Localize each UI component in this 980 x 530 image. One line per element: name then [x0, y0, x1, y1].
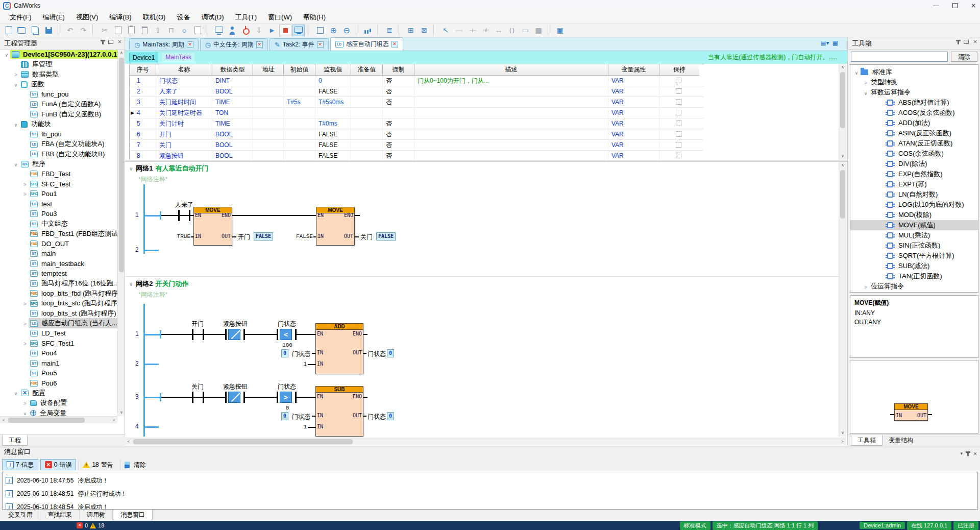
tab-list-icon[interactable]: ▤▾ [820, 39, 829, 46]
tree-item[interactable]: FunA (自定义函数A) [0, 100, 117, 110]
toolbar-button-icon[interactable] [554, 25, 566, 36]
move-block[interactable]: MOVE EN ENO IN OUT [316, 207, 355, 246]
minimize-button[interactable]: — [933, 2, 939, 9]
message-row[interactable]: 2025-06-10 18:48:51 停止运行时成功！ [3, 487, 977, 500]
retain-checkbox[interactable] [676, 121, 681, 126]
bottom-tab[interactable]: 查找结果 [40, 510, 80, 520]
table-row[interactable]: 8 紧急按钮 BOOL FALSE 否 VAR [130, 151, 704, 160]
toolbar-button-icon[interactable] [399, 25, 402, 36]
tree-item[interactable]: FunB (自定义函数B) [0, 109, 117, 119]
tree-item[interactable]: 中文组态 [0, 219, 117, 229]
tab-close-icon[interactable] [317, 41, 324, 48]
chevron-icon[interactable] [21, 340, 29, 347]
maximize-button[interactable] [952, 3, 958, 8]
tree-item[interactable]: test [0, 199, 117, 209]
right-panel-tab[interactable]: 工具箱 [851, 435, 883, 446]
message-filter-button[interactable]: 清除 [120, 459, 151, 470]
toolbar-button-icon[interactable] [58, 25, 61, 36]
close-icon[interactable]: × [973, 451, 977, 456]
toolbar-button-icon[interactable] [16, 25, 28, 36]
retain-checkbox[interactable] [676, 142, 681, 148]
move-block[interactable]: MOVE EN ENO IN OUT [193, 207, 232, 246]
network-2-header[interactable]: ∨网络2开关门动作 [129, 279, 189, 288]
tree-item[interactable]: loop_bits_sfc (跑马灯程序) [0, 299, 117, 309]
tree-item[interactable]: Device1[SC950A-23](127.0.0.1) [0, 50, 117, 60]
tree-item[interactable]: FBA (自定义功能块A) [0, 139, 117, 150]
toolbar-button-icon[interactable] [377, 25, 381, 36]
compare-contact[interactable]: > [277, 392, 297, 404]
pin-icon[interactable] [967, 451, 969, 456]
column-header[interactable]: 初始值 [284, 64, 315, 76]
toolbox-item[interactable]: MOD(模除) [850, 210, 978, 220]
tree-item[interactable]: SFC_Test [0, 179, 117, 189]
chevron-icon[interactable] [862, 283, 870, 291]
chevron-icon[interactable] [12, 121, 19, 128]
tree-item[interactable]: Pou3 [0, 209, 117, 219]
toolbar-button-icon[interactable] [99, 25, 111, 36]
toolbox-item[interactable]: LOG(以10为底的对数) [850, 200, 978, 210]
chevron-icon[interactable] [12, 160, 19, 168]
table-row[interactable]: 1 门状态 DINT 0 否 门从0~100为开门，门从... VAR [130, 76, 704, 86]
retain-checkbox[interactable] [676, 131, 681, 137]
toolbar-button-icon[interactable] [479, 25, 492, 36]
chevron-icon[interactable] [12, 389, 19, 397]
tree-item[interactable]: FBB (自定义功能块B) [0, 149, 117, 159]
menu-item[interactable]: 设备 [171, 11, 195, 23]
float-icon[interactable] [108, 40, 113, 44]
dropdown-arrow-icon[interactable]: ▾ [960, 448, 963, 459]
tab-layout-icon[interactable]: ▦ [832, 39, 838, 46]
chevron-icon[interactable] [3, 51, 10, 58]
tree-item[interactable]: loop_bits_fbd (跑马灯程序) [0, 288, 117, 299]
tree-item[interactable]: SFC_Test1 [0, 339, 117, 349]
input-variable[interactable]: 门状态 [292, 350, 310, 358]
tree-item[interactable]: 函数 [0, 80, 117, 90]
tree-item[interactable]: 配置 [0, 388, 117, 398]
ladder-vertical-scrollbar[interactable]: ∧ ∨ [839, 162, 846, 437]
compare-operand[interactable]: 0 [278, 405, 297, 411]
chevron-icon[interactable] [21, 409, 29, 416]
document-tab[interactable]: MainTask: 周期 [129, 38, 199, 51]
compare-contact[interactable]: < [277, 329, 297, 341]
toolbar-button-icon[interactable] [356, 25, 359, 36]
nc-contact[interactable] [225, 329, 245, 341]
toolbar-button-icon[interactable] [519, 25, 531, 36]
tree-item[interactable]: fb_pou [0, 129, 117, 139]
tree-item[interactable]: 感应自动门组态 (当有人... [0, 319, 117, 329]
toolbar-button-icon[interactable] [308, 25, 311, 36]
toolbar-button-icon[interactable] [439, 25, 452, 36]
close-icon[interactable]: × [118, 39, 121, 44]
output-variable[interactable]: 关门 [360, 233, 373, 242]
chevron-icon[interactable] [852, 68, 861, 76]
network-1-header[interactable]: ∨网络1有人靠近自动开门 [129, 164, 209, 173]
toolbox-item[interactable]: DIV(除法) [850, 159, 978, 169]
table-vertical-scrollbar[interactable]: ∧ ∨ [839, 64, 846, 160]
retain-checkbox[interactable] [676, 153, 681, 158]
toolbar-button-icon[interactable] [532, 25, 545, 36]
menu-item[interactable]: 工具(T) [229, 11, 262, 23]
tree-item[interactable]: DO_OUT [0, 239, 117, 249]
nc-contact[interactable] [225, 392, 245, 404]
column-header[interactable]: 序号 [130, 64, 156, 76]
output-variable[interactable]: 门状态 [368, 413, 386, 421]
breadcrumb-device[interactable]: Device1 [129, 53, 158, 62]
tree-item[interactable]: main1 [0, 358, 117, 369]
tree-item[interactable]: FBD_Test [0, 169, 117, 179]
toolbar-button-icon[interactable] [191, 25, 204, 36]
add-block[interactable]: ADD EN ENO IN OUT IN [315, 323, 363, 374]
toolbar-button-icon[interactable] [92, 25, 96, 36]
table-row[interactable]: 5 关门计时 TIME T#0ms 否 VAR [130, 118, 704, 129]
chevron-icon[interactable] [21, 399, 29, 407]
chevron-icon[interactable] [12, 70, 19, 78]
tree-item[interactable]: func_pou [0, 89, 117, 100]
input-value[interactable]: 1 [299, 361, 307, 367]
toolbar-button-icon[interactable] [506, 25, 518, 36]
tree-item[interactable]: temptest [0, 269, 117, 279]
retain-checkbox[interactable] [676, 88, 681, 94]
toolbox-search-input[interactable] [851, 52, 948, 62]
table-row[interactable]: 7 关门 BOOL FALSE 否 VAR [130, 140, 704, 151]
toolbox-item[interactable]: COS(余弦函数) [850, 149, 978, 159]
toolbar-button-icon[interactable] [493, 25, 505, 36]
toolbar-button-icon[interactable] [383, 25, 396, 36]
tree-item[interactable]: Pou1 [0, 189, 117, 199]
toolbar-button-icon[interactable] [405, 25, 417, 36]
